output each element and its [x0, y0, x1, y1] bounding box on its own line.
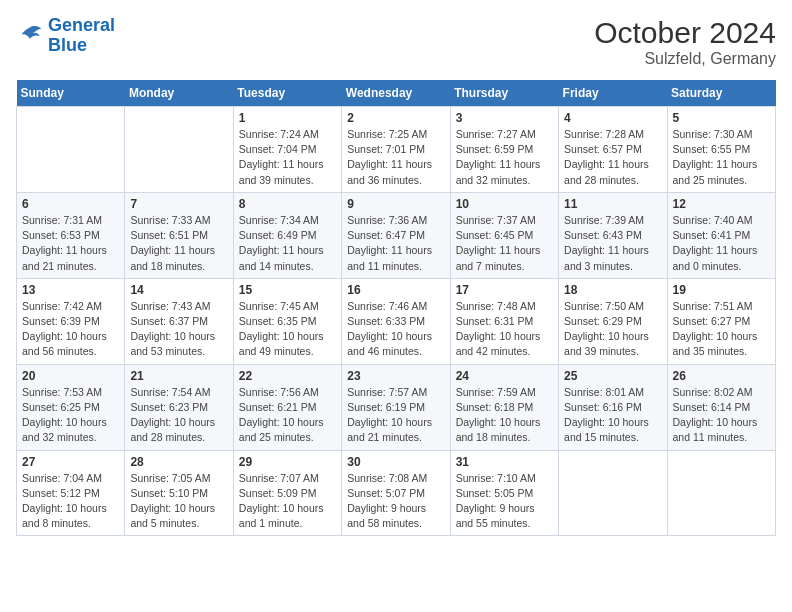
- calendar-cell: 22Sunrise: 7:56 AMSunset: 6:21 PMDayligh…: [233, 364, 341, 450]
- day-number: 7: [130, 197, 227, 211]
- calendar-cell: 24Sunrise: 7:59 AMSunset: 6:18 PMDayligh…: [450, 364, 558, 450]
- day-info: Sunrise: 7:25 AMSunset: 7:01 PMDaylight:…: [347, 127, 444, 188]
- day-info: Sunrise: 7:08 AMSunset: 5:07 PMDaylight:…: [347, 471, 444, 532]
- calendar-cell: 30Sunrise: 7:08 AMSunset: 5:07 PMDayligh…: [342, 450, 450, 536]
- col-friday: Friday: [559, 80, 667, 107]
- day-info: Sunrise: 7:42 AMSunset: 6:39 PMDaylight:…: [22, 299, 119, 360]
- calendar-cell: 9Sunrise: 7:36 AMSunset: 6:47 PMDaylight…: [342, 192, 450, 278]
- day-info: Sunrise: 7:37 AMSunset: 6:45 PMDaylight:…: [456, 213, 553, 274]
- logo-text: General Blue: [48, 16, 115, 56]
- title-block: October 2024 Sulzfeld, Germany: [594, 16, 776, 68]
- day-info: Sunrise: 7:28 AMSunset: 6:57 PMDaylight:…: [564, 127, 661, 188]
- day-number: 2: [347, 111, 444, 125]
- day-info: Sunrise: 7:40 AMSunset: 6:41 PMDaylight:…: [673, 213, 770, 274]
- day-number: 24: [456, 369, 553, 383]
- col-wednesday: Wednesday: [342, 80, 450, 107]
- day-number: 15: [239, 283, 336, 297]
- location-subtitle: Sulzfeld, Germany: [594, 50, 776, 68]
- day-number: 5: [673, 111, 770, 125]
- day-number: 4: [564, 111, 661, 125]
- day-info: Sunrise: 7:46 AMSunset: 6:33 PMDaylight:…: [347, 299, 444, 360]
- calendar-cell: 19Sunrise: 7:51 AMSunset: 6:27 PMDayligh…: [667, 278, 775, 364]
- calendar-cell: 20Sunrise: 7:53 AMSunset: 6:25 PMDayligh…: [17, 364, 125, 450]
- day-number: 14: [130, 283, 227, 297]
- day-info: Sunrise: 7:57 AMSunset: 6:19 PMDaylight:…: [347, 385, 444, 446]
- calendar-cell: 23Sunrise: 7:57 AMSunset: 6:19 PMDayligh…: [342, 364, 450, 450]
- day-number: 25: [564, 369, 661, 383]
- calendar-cell: 2Sunrise: 7:25 AMSunset: 7:01 PMDaylight…: [342, 107, 450, 193]
- day-number: 18: [564, 283, 661, 297]
- calendar-cell: 13Sunrise: 7:42 AMSunset: 6:39 PMDayligh…: [17, 278, 125, 364]
- calendar-cell: 1Sunrise: 7:24 AMSunset: 7:04 PMDaylight…: [233, 107, 341, 193]
- col-monday: Monday: [125, 80, 233, 107]
- day-info: Sunrise: 7:36 AMSunset: 6:47 PMDaylight:…: [347, 213, 444, 274]
- calendar-header: Sunday Monday Tuesday Wednesday Thursday…: [17, 80, 776, 107]
- calendar-week-4: 20Sunrise: 7:53 AMSunset: 6:25 PMDayligh…: [17, 364, 776, 450]
- day-number: 17: [456, 283, 553, 297]
- month-year-title: October 2024: [594, 16, 776, 50]
- day-number: 6: [22, 197, 119, 211]
- day-info: Sunrise: 7:39 AMSunset: 6:43 PMDaylight:…: [564, 213, 661, 274]
- logo: General Blue: [16, 16, 115, 56]
- day-number: 23: [347, 369, 444, 383]
- calendar-cell: 5Sunrise: 7:30 AMSunset: 6:55 PMDaylight…: [667, 107, 775, 193]
- day-info: Sunrise: 7:24 AMSunset: 7:04 PMDaylight:…: [239, 127, 336, 188]
- day-number: 20: [22, 369, 119, 383]
- calendar-cell: 18Sunrise: 7:50 AMSunset: 6:29 PMDayligh…: [559, 278, 667, 364]
- calendar-week-5: 27Sunrise: 7:04 AMSunset: 5:12 PMDayligh…: [17, 450, 776, 536]
- day-info: Sunrise: 7:05 AMSunset: 5:10 PMDaylight:…: [130, 471, 227, 532]
- calendar-cell: 14Sunrise: 7:43 AMSunset: 6:37 PMDayligh…: [125, 278, 233, 364]
- calendar-week-1: 1Sunrise: 7:24 AMSunset: 7:04 PMDaylight…: [17, 107, 776, 193]
- calendar-cell: 31Sunrise: 7:10 AMSunset: 5:05 PMDayligh…: [450, 450, 558, 536]
- day-number: 26: [673, 369, 770, 383]
- day-info: Sunrise: 7:50 AMSunset: 6:29 PMDaylight:…: [564, 299, 661, 360]
- day-info: Sunrise: 7:34 AMSunset: 6:49 PMDaylight:…: [239, 213, 336, 274]
- col-thursday: Thursday: [450, 80, 558, 107]
- day-number: 27: [22, 455, 119, 469]
- day-number: 8: [239, 197, 336, 211]
- day-number: 30: [347, 455, 444, 469]
- calendar-cell: 4Sunrise: 7:28 AMSunset: 6:57 PMDaylight…: [559, 107, 667, 193]
- day-number: 9: [347, 197, 444, 211]
- calendar-cell: 12Sunrise: 7:40 AMSunset: 6:41 PMDayligh…: [667, 192, 775, 278]
- day-info: Sunrise: 7:30 AMSunset: 6:55 PMDaylight:…: [673, 127, 770, 188]
- day-number: 21: [130, 369, 227, 383]
- calendar-cell: 10Sunrise: 7:37 AMSunset: 6:45 PMDayligh…: [450, 192, 558, 278]
- day-info: Sunrise: 7:27 AMSunset: 6:59 PMDaylight:…: [456, 127, 553, 188]
- day-info: Sunrise: 7:51 AMSunset: 6:27 PMDaylight:…: [673, 299, 770, 360]
- calendar-cell: 6Sunrise: 7:31 AMSunset: 6:53 PMDaylight…: [17, 192, 125, 278]
- day-info: Sunrise: 8:02 AMSunset: 6:14 PMDaylight:…: [673, 385, 770, 446]
- calendar-cell: 29Sunrise: 7:07 AMSunset: 5:09 PMDayligh…: [233, 450, 341, 536]
- logo-line2: Blue: [48, 35, 87, 55]
- calendar-table: Sunday Monday Tuesday Wednesday Thursday…: [16, 80, 776, 536]
- day-info: Sunrise: 7:48 AMSunset: 6:31 PMDaylight:…: [456, 299, 553, 360]
- day-info: Sunrise: 8:01 AMSunset: 6:16 PMDaylight:…: [564, 385, 661, 446]
- day-info: Sunrise: 7:45 AMSunset: 6:35 PMDaylight:…: [239, 299, 336, 360]
- day-number: 13: [22, 283, 119, 297]
- header-row: Sunday Monday Tuesday Wednesday Thursday…: [17, 80, 776, 107]
- day-number: 16: [347, 283, 444, 297]
- col-saturday: Saturday: [667, 80, 775, 107]
- calendar-cell: [17, 107, 125, 193]
- day-info: Sunrise: 7:33 AMSunset: 6:51 PMDaylight:…: [130, 213, 227, 274]
- calendar-cell: [559, 450, 667, 536]
- calendar-week-3: 13Sunrise: 7:42 AMSunset: 6:39 PMDayligh…: [17, 278, 776, 364]
- col-tuesday: Tuesday: [233, 80, 341, 107]
- day-number: 12: [673, 197, 770, 211]
- day-number: 22: [239, 369, 336, 383]
- calendar-cell: 21Sunrise: 7:54 AMSunset: 6:23 PMDayligh…: [125, 364, 233, 450]
- calendar-cell: 28Sunrise: 7:05 AMSunset: 5:10 PMDayligh…: [125, 450, 233, 536]
- logo-line1: General: [48, 15, 115, 35]
- day-number: 19: [673, 283, 770, 297]
- page-header: General Blue October 2024 Sulzfeld, Germ…: [16, 16, 776, 68]
- day-info: Sunrise: 7:54 AMSunset: 6:23 PMDaylight:…: [130, 385, 227, 446]
- day-info: Sunrise: 7:31 AMSunset: 6:53 PMDaylight:…: [22, 213, 119, 274]
- calendar-week-2: 6Sunrise: 7:31 AMSunset: 6:53 PMDaylight…: [17, 192, 776, 278]
- calendar-cell: 11Sunrise: 7:39 AMSunset: 6:43 PMDayligh…: [559, 192, 667, 278]
- day-info: Sunrise: 7:59 AMSunset: 6:18 PMDaylight:…: [456, 385, 553, 446]
- col-sunday: Sunday: [17, 80, 125, 107]
- calendar-cell: 25Sunrise: 8:01 AMSunset: 6:16 PMDayligh…: [559, 364, 667, 450]
- day-number: 3: [456, 111, 553, 125]
- day-info: Sunrise: 7:07 AMSunset: 5:09 PMDaylight:…: [239, 471, 336, 532]
- calendar-cell: 17Sunrise: 7:48 AMSunset: 6:31 PMDayligh…: [450, 278, 558, 364]
